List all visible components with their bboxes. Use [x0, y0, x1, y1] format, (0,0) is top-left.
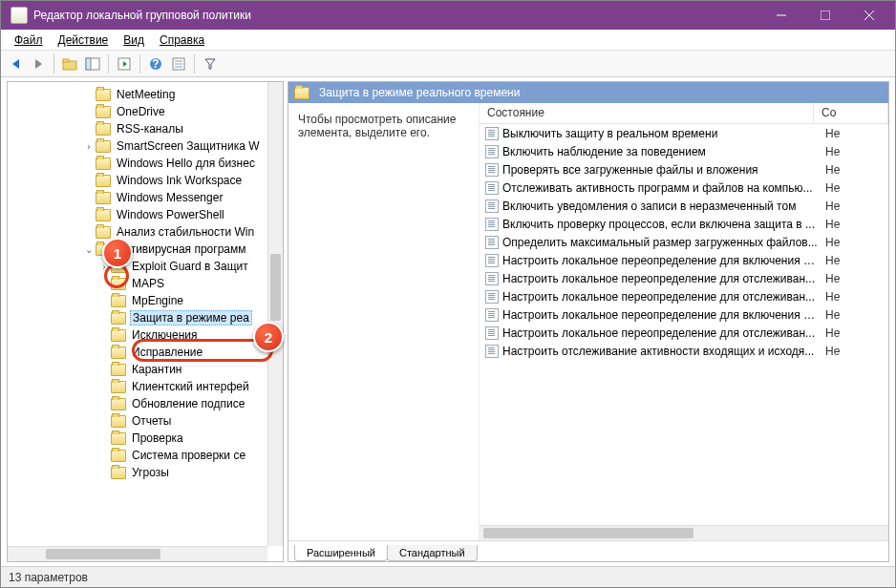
- tree-item[interactable]: Клиентский интерфей: [8, 378, 283, 395]
- view-tabs: Расширенный Стандартный: [288, 540, 888, 561]
- tree-vertical-scrollbar[interactable]: [267, 82, 283, 546]
- tree-item[interactable]: Обновление подписе: [8, 395, 283, 412]
- tree-item[interactable]: Карантин: [8, 361, 283, 378]
- menubar: Файл Действие Вид Справка: [1, 30, 895, 51]
- list-item[interactable]: Выключить защиту в реальном времениНе: [480, 124, 888, 142]
- status-text: 13 параметров: [9, 571, 88, 584]
- policy-icon: [485, 200, 499, 213]
- policy-icon: [485, 272, 499, 285]
- tree-item[interactable]: Windows Messenger: [8, 189, 283, 206]
- menu-view[interactable]: Вид: [116, 32, 152, 49]
- policy-icon: [485, 145, 499, 158]
- tree-item[interactable]: NetMeeting: [8, 86, 283, 103]
- list-horizontal-scrollbar[interactable]: [480, 525, 888, 540]
- list-item[interactable]: Настроить локальное переопределение для …: [480, 287, 888, 305]
- policy-icon: [485, 163, 499, 177]
- tree-item[interactable]: Угрозы: [8, 464, 283, 481]
- tree-pane[interactable]: NetMeetingOneDriveRSS-каналы›SmartScreen…: [7, 81, 284, 562]
- tree-item[interactable]: MpEngine: [8, 292, 283, 309]
- annotation-callout-2: 2: [253, 322, 284, 352]
- list-item[interactable]: Настроить локальное переопределение для …: [480, 305, 888, 324]
- policy-icon: [485, 127, 499, 140]
- window-title: Редактор локальной групповой политики: [33, 9, 759, 22]
- column-state[interactable]: Состояние: [480, 103, 814, 123]
- annotation-callout-1: 1: [102, 238, 133, 268]
- policy-icon: [485, 290, 499, 304]
- list-item[interactable]: Включить проверку процессов, если включе…: [480, 215, 888, 233]
- tree-item[interactable]: Windows Ink Workspace: [8, 172, 283, 189]
- tree-horizontal-scrollbar[interactable]: [8, 546, 267, 561]
- tree-item[interactable]: ›Exploit Guard в Защит: [8, 258, 283, 275]
- folder-icon: [294, 87, 309, 99]
- tree-item[interactable]: Отчеты: [8, 412, 283, 430]
- tab-extended[interactable]: Расширенный: [294, 545, 388, 561]
- tree-item[interactable]: Система проверки се: [8, 447, 283, 464]
- list-item[interactable]: Настроить локальное переопределение для …: [480, 251, 888, 269]
- menu-file[interactable]: Файл: [7, 32, 51, 49]
- tree-item[interactable]: Исключения: [8, 326, 283, 344]
- folder-up-button[interactable]: [59, 53, 80, 74]
- toolbar: ?: [1, 51, 895, 77]
- tab-standard[interactable]: Стандартный: [387, 545, 478, 561]
- app-icon: [11, 7, 28, 24]
- svg-rect-1: [821, 10, 830, 20]
- column-state2[interactable]: Со: [814, 103, 888, 123]
- svg-text:?: ?: [152, 57, 159, 71]
- status-bar: 13 параметров: [1, 566, 895, 587]
- tree-item[interactable]: Защита в режиме реа: [8, 309, 283, 326]
- tree-item[interactable]: Windows PowerShell: [8, 206, 283, 223]
- tree-item[interactable]: ⌄Антивирусная программ: [8, 241, 283, 258]
- list-item[interactable]: Включить наблюдение за поведениемНе: [480, 142, 888, 160]
- help-button[interactable]: ?: [145, 53, 166, 74]
- list-item[interactable]: Проверять все загруженные файлы и вложен…: [480, 160, 888, 178]
- tree-item[interactable]: Проверка: [8, 430, 283, 447]
- properties-button[interactable]: [168, 53, 189, 74]
- policy-icon: [485, 308, 499, 322]
- policy-icon: [485, 236, 499, 249]
- tree-item[interactable]: Анализ стабильности Win: [8, 223, 283, 241]
- policy-icon: [485, 181, 499, 195]
- list-item[interactable]: Отслеживать активность программ и файлов…: [480, 178, 888, 197]
- list-item[interactable]: Настроить отслеживание активности входящ…: [480, 342, 888, 360]
- policy-icon: [485, 326, 499, 340]
- minimize-button[interactable]: [759, 1, 803, 30]
- back-button[interactable]: [5, 53, 26, 74]
- list-item[interactable]: Определить максимальный размер загруженн…: [480, 233, 888, 251]
- menu-action[interactable]: Действие: [51, 32, 117, 49]
- list-item[interactable]: Настроить локальное переопределение для …: [480, 269, 888, 287]
- close-button[interactable]: [847, 1, 891, 30]
- menu-help[interactable]: Справка: [152, 32, 212, 49]
- policy-icon: [485, 218, 499, 231]
- description-panel: Чтобы просмотреть описание элемента, выд…: [288, 103, 480, 540]
- svg-rect-5: [63, 59, 69, 62]
- settings-list[interactable]: Состояние Со Выключить защиту в реальном…: [480, 103, 888, 540]
- titlebar: Редактор локальной групповой политики: [1, 1, 895, 30]
- show-tree-button[interactable]: [82, 53, 103, 74]
- tree-item[interactable]: ›SmartScreen Защитника W: [8, 137, 283, 155]
- export-button[interactable]: [114, 53, 135, 74]
- policy-icon: [485, 254, 499, 267]
- forward-button[interactable]: [28, 53, 49, 74]
- svg-rect-7: [86, 58, 91, 70]
- details-title: Защита в режиме реального времени: [319, 86, 520, 99]
- details-pane: Защита в режиме реального времени Чтобы …: [288, 81, 889, 562]
- maximize-button[interactable]: [803, 1, 847, 30]
- tree-item[interactable]: Windows Hello для бизнес: [8, 155, 283, 172]
- list-item[interactable]: Включить уведомления о записи в неразмеч…: [480, 197, 888, 215]
- tree-item[interactable]: Исправление: [8, 344, 283, 361]
- policy-icon: [485, 345, 499, 358]
- list-item[interactable]: Настроить локальное переопределение для …: [480, 324, 888, 342]
- filter-button[interactable]: [200, 53, 221, 74]
- tree-item[interactable]: MAPS: [8, 275, 283, 292]
- tree-item[interactable]: OneDrive: [8, 103, 283, 120]
- tree-item[interactable]: RSS-каналы: [8, 120, 283, 137]
- details-header: Защита в режиме реального времени: [288, 82, 888, 103]
